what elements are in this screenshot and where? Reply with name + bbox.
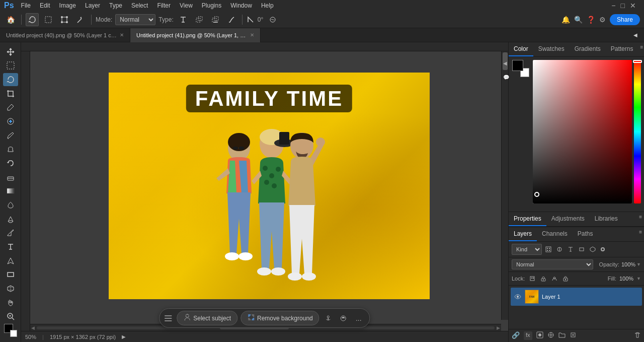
type-icon-btn[interactable] <box>177 13 190 26</box>
lock-artboard-icon[interactable] <box>550 274 559 283</box>
subtract-selection-btn[interactable] <box>209 13 222 26</box>
menu-help[interactable]: Help <box>257 1 278 10</box>
smart-object-filter-icon[interactable] <box>588 245 597 254</box>
history-tool-btn[interactable] <box>3 157 18 170</box>
swatches-tab[interactable]: Swatches <box>533 42 570 56</box>
lasso-side-btn[interactable] <box>3 73 18 86</box>
add-mask-icon[interactable] <box>536 331 543 340</box>
select-subject-button[interactable]: Select subject <box>177 311 237 325</box>
anchor-btn[interactable] <box>323 312 335 324</box>
menu-filter[interactable]: Filter <box>153 1 175 10</box>
pen-tool-btn[interactable] <box>3 227 18 240</box>
path-selection-btn[interactable] <box>3 254 18 267</box>
minimize-icon[interactable]: − <box>611 2 615 10</box>
dimensions-expand-btn[interactable]: ▶ <box>122 334 126 339</box>
magic-wand-btn[interactable] <box>74 13 87 26</box>
adjustment-layer-filter-icon[interactable] <box>555 245 564 254</box>
blur-tool-btn[interactable] <box>3 198 18 212</box>
menu-type[interactable]: Type <box>105 1 126 10</box>
new-group-icon[interactable] <box>558 331 566 340</box>
channels-tab[interactable]: Channels <box>537 227 573 241</box>
feather-btn[interactable] <box>225 13 238 26</box>
refine-edge-btn[interactable] <box>266 13 279 26</box>
close-icon[interactable]: ✕ <box>630 2 636 10</box>
search-icon[interactable]: 🔍 <box>574 16 583 24</box>
add-style-icon[interactable]: fx <box>524 331 532 340</box>
fill-dropdown-icon[interactable]: ▼ <box>636 276 641 281</box>
vertical-scrollbar[interactable] <box>501 51 508 320</box>
menu-layer[interactable]: Layer <box>81 1 104 10</box>
remove-background-button[interactable]: Remove background <box>240 311 319 325</box>
help-icon[interactable]: ❓ <box>587 16 595 24</box>
lock-all-icon[interactable] <box>561 274 570 283</box>
chat-icon[interactable]: 💬 <box>503 75 509 80</box>
mode-select[interactable]: Normal <box>115 14 155 25</box>
pixel-layer-filter-icon[interactable] <box>544 245 553 254</box>
menu-file[interactable]: File <box>17 1 35 10</box>
share-button[interactable]: Share <box>610 14 640 25</box>
link-layers-icon[interactable]: 🔗 <box>512 331 520 340</box>
delete-layer-icon[interactable] <box>634 331 641 340</box>
scroll-left-btn[interactable]: ◀ <box>31 325 35 330</box>
scroll-right-btn[interactable]: ▶ <box>497 325 500 330</box>
lock-pixels-icon[interactable] <box>528 274 537 283</box>
color-panel-menu-icon[interactable]: ≡ <box>638 42 644 56</box>
adjustments-tab[interactable]: Adjustments <box>546 212 590 226</box>
shape-tool-btn[interactable] <box>3 268 18 282</box>
marquee-tool-btn[interactable] <box>42 13 55 26</box>
properties-tab[interactable]: Properties <box>509 212 546 226</box>
panel-collapse-icon[interactable]: ◀ <box>503 60 509 66</box>
menu-edit[interactable]: Edit <box>36 1 54 10</box>
menu-image[interactable]: Image <box>55 1 80 10</box>
paths-tab[interactable]: Paths <box>573 227 598 241</box>
canvas-scroll-area[interactable]: FAMILY TIME <box>30 51 508 331</box>
tab-0-close[interactable]: ✕ <box>120 32 124 38</box>
eraser-tool-btn[interactable] <box>3 171 18 184</box>
blend-mode-select[interactable]: Normal <box>512 259 593 269</box>
color-tab[interactable]: Color <box>509 42 533 56</box>
menu-window[interactable]: Window <box>226 1 256 10</box>
mask-paint-btn[interactable] <box>338 312 350 324</box>
hue-slider[interactable] <box>634 60 641 203</box>
menu-select[interactable]: Select <box>127 1 152 10</box>
eyedropper-tool-btn[interactable] <box>3 101 18 114</box>
effects-filter-icon[interactable] <box>599 246 606 253</box>
hand-tool-btn[interactable] <box>3 296 18 309</box>
notification-icon[interactable]: 🔔 <box>561 16 570 24</box>
tab-0[interactable]: Untitled project (40).png @ 50% (Layer 1… <box>0 28 130 42</box>
settings-icon[interactable]: ⚙ <box>599 16 606 24</box>
dodge-tool-btn[interactable] <box>3 213 18 226</box>
menu-plugins[interactable]: Plugins <box>198 1 225 10</box>
gradient-tool-btn[interactable] <box>3 185 18 198</box>
layer-visibility-icon[interactable] <box>514 293 522 301</box>
libraries-tab[interactable]: Libraries <box>590 212 623 226</box>
more-options-btn[interactable]: ... <box>353 312 365 324</box>
lasso-tool-btn[interactable] <box>26 13 39 26</box>
layer-row-1[interactable]: FAM Layer 1 <box>511 288 642 306</box>
panel-toggle-btn[interactable]: ◀ <box>629 29 642 42</box>
background-color-swatch[interactable] <box>10 330 17 337</box>
props-panel-menu-icon[interactable]: ≡ <box>637 212 644 226</box>
tab-1[interactable]: Untitled project (41).png @ 50% (Layer 1… <box>130 28 261 42</box>
opacity-dropdown-icon[interactable]: ▼ <box>636 262 641 267</box>
layers-tab[interactable]: Layers <box>509 227 537 241</box>
gradients-tab[interactable]: Gradients <box>570 42 606 56</box>
text-tool-btn[interactable] <box>3 240 18 253</box>
stamp-tool-btn[interactable] <box>3 143 18 156</box>
type-layer-filter-icon[interactable] <box>566 245 575 254</box>
zoom-tool-btn[interactable] <box>3 310 18 323</box>
menu-view[interactable]: View <box>176 1 197 10</box>
crop-tool-btn[interactable] <box>3 87 18 100</box>
3d-tool-btn[interactable] <box>3 282 18 295</box>
brush-tool-btn[interactable] <box>3 129 18 142</box>
lock-position-icon[interactable] <box>539 274 548 283</box>
context-menu-icon[interactable] <box>165 314 174 323</box>
move-tool-btn[interactable] <box>3 45 18 58</box>
maximize-icon[interactable]: □ <box>621 2 625 10</box>
patterns-tab[interactable]: Patterns <box>606 42 638 56</box>
shape-layer-filter-icon[interactable] <box>577 245 586 254</box>
transform-tool-btn[interactable] <box>58 13 71 26</box>
home-btn[interactable]: 🏠 <box>4 13 17 26</box>
new-layer-icon[interactable] <box>570 331 577 340</box>
foreground-swatch[interactable] <box>512 60 523 71</box>
